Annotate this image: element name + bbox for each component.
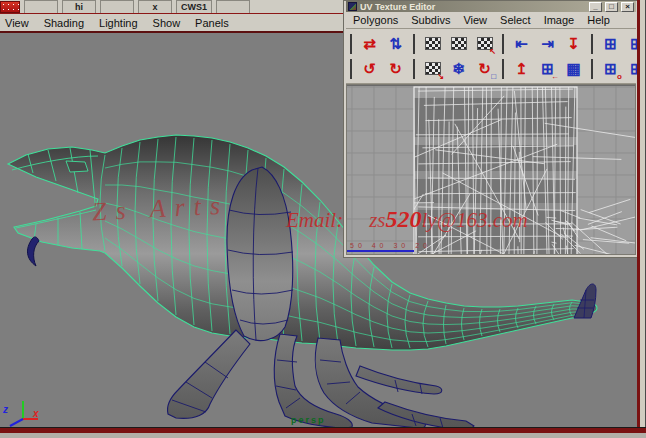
shelf-tab-hi[interactable]: hi: [62, 0, 96, 13]
align-left-button[interactable]: ⇤: [509, 33, 534, 55]
shelf-bar: hi x CWS1: [0, 0, 343, 13]
toolbar-separator: [591, 59, 593, 79]
x-axis-label: x: [33, 408, 39, 419]
toolbar-row-1: ⇄ ⇅ ↖ ⇤ ⇥ ↧: [346, 32, 636, 55]
z-axis-label: z: [3, 404, 8, 415]
menu-select[interactable]: Select: [500, 14, 531, 26]
checker-arrow-button[interactable]: ↖: [472, 33, 497, 55]
window-edge-bottom: [0, 428, 646, 438]
maximize-button[interactable]: □: [605, 2, 618, 12]
toolbar-separator: [502, 34, 504, 54]
grid-panes-circle-button[interactable]: ⊞ o: [598, 58, 623, 80]
menu-lighting[interactable]: Lighting: [99, 17, 138, 29]
checker-flag-icon: [451, 37, 467, 50]
snowflake-burst-button[interactable]: ❄: [446, 58, 471, 80]
checker-flag-a-button[interactable]: [420, 33, 445, 55]
shelf-tab-cws1[interactable]: CWS1: [176, 0, 212, 13]
align-down-button[interactable]: ↧: [561, 33, 586, 55]
uv-texture-editor-window: UV Texture Editor _ □ × Polygons Subdivs…: [343, 0, 639, 258]
menu-show[interactable]: Show: [153, 17, 181, 29]
grid-checker-icon: ▦: [566, 61, 580, 76]
window-edge-right: [637, 0, 646, 438]
window-title: UV Texture Editor: [360, 2, 586, 12]
rotate-ccw-icon: ↺: [363, 61, 376, 76]
snowflake-burst-icon: ❄: [452, 61, 465, 76]
toolbar-separator: [350, 34, 352, 54]
menu-uv-view[interactable]: View: [463, 14, 487, 26]
grid-arrow-left-button[interactable]: ⊞ ←: [535, 58, 560, 80]
rotate-frame-icon: ↻: [478, 61, 491, 76]
grid-panes-button[interactable]: ⊞: [598, 33, 623, 55]
rotate-cw-icon: ↻: [389, 61, 402, 76]
eye-socket: [66, 161, 88, 172]
maya-screen: hi x CWS1 View Shading Lighting Show Pan…: [0, 0, 646, 438]
camera-label: persp: [291, 415, 326, 425]
panel-menu-bar: View Shading Lighting Show Panels: [0, 13, 348, 33]
badge: o: [617, 73, 622, 81]
minimize-button[interactable]: _: [589, 2, 602, 12]
align-down-icon: ↧: [567, 36, 580, 51]
uv-axis-tick-labels: 50 40 30 20: [350, 242, 431, 249]
toolbar-row-2: ↺ ↻ ↘ ❄ ↻ □ ↥ ⊞ ←: [346, 57, 636, 80]
z-axis-line: [10, 419, 23, 426]
align-left-icon: ⇤: [515, 36, 528, 51]
shelf-tab[interactable]: [100, 0, 134, 13]
uv-shell-mesh: [347, 87, 636, 255]
badge: □: [491, 73, 496, 81]
rotate-ccw-button[interactable]: ↺: [357, 58, 382, 80]
menu-help[interactable]: Help: [587, 14, 610, 26]
window-title-bar[interactable]: UV Texture Editor _ □ ×: [346, 1, 636, 12]
align-up-button[interactable]: ↥: [509, 58, 534, 80]
menu-shading[interactable]: Shading: [44, 17, 84, 29]
checker-flag-icon: [425, 37, 441, 50]
align-up-icon: ↥: [515, 61, 528, 76]
badge: ↘: [437, 73, 444, 81]
axis-gizmo: x z: [2, 396, 52, 432]
menu-subdivs[interactable]: Subdivs: [411, 14, 450, 26]
uv-toolbar: ⇄ ⇅ ↖ ⇤ ⇥ ↧: [346, 29, 636, 84]
shelf-tab[interactable]: [24, 0, 58, 13]
badge: ←: [551, 73, 559, 81]
flip-vertical-icon: ⇅: [389, 36, 402, 51]
toolbar-separator: [413, 59, 415, 79]
checker-flag-b-button[interactable]: [446, 33, 471, 55]
flip-horizontal-icon: ⇄: [363, 36, 376, 51]
menu-image[interactable]: Image: [544, 14, 575, 26]
toolbar-separator: [350, 59, 352, 79]
grid-checker-button[interactable]: ▦: [561, 58, 586, 80]
red-grid-icon[interactable]: [0, 1, 20, 13]
app-icon: [348, 2, 357, 11]
shelf-tab[interactable]: [216, 0, 250, 13]
toolbar-separator: [591, 34, 593, 54]
badge: ↖: [489, 48, 496, 56]
arm-claw: [27, 237, 39, 266]
flip-horizontal-button[interactable]: ⇄: [357, 33, 382, 55]
menu-panels[interactable]: Panels: [195, 17, 229, 29]
grid-panes-circle-icon: ⊞: [604, 61, 617, 76]
menu-view[interactable]: View: [5, 17, 29, 29]
grid-panes-icon: ⊞: [604, 36, 617, 51]
close-button[interactable]: ×: [621, 2, 634, 12]
toolbar-separator: [413, 34, 415, 54]
toolbar-separator: [502, 59, 504, 79]
shelf-tab-x[interactable]: x: [138, 0, 172, 13]
checker-move-button[interactable]: ↘: [420, 58, 445, 80]
uv-canvas[interactable]: 50 40 30 20: [346, 84, 636, 255]
align-right-button[interactable]: ⇥: [535, 33, 560, 55]
rotate-frame-button[interactable]: ↻ □: [472, 58, 497, 80]
menu-polygons[interactable]: Polygons: [353, 14, 398, 26]
align-right-icon: ⇥: [541, 36, 554, 51]
rotate-cw-button[interactable]: ↻: [383, 58, 408, 80]
uv-menu-bar: Polygons Subdivs View Select Image Help: [346, 12, 636, 29]
flip-vertical-button[interactable]: ⇅: [383, 33, 408, 55]
